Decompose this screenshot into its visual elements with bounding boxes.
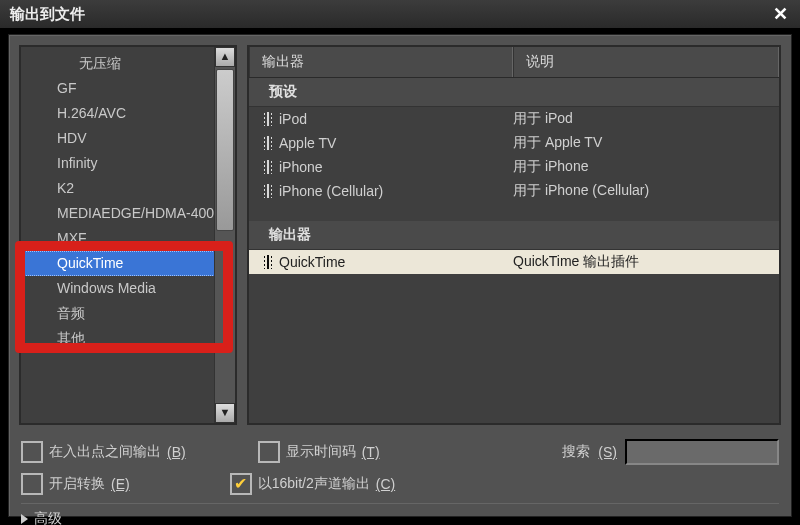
row-name: iPhone (Cellular) — [279, 183, 383, 199]
preset-list-pane: 输出器 说明 预设 iPod用于 iPodApple TV用于 Apple TV… — [247, 45, 781, 425]
outputter-rows: QuickTimeQuickTime 输出插件 — [249, 250, 779, 274]
tree-item[interactable]: 无压缩 — [21, 51, 215, 76]
checkbox-icon: ✔ — [230, 473, 252, 495]
advanced-toggle[interactable]: 高级 — [21, 503, 779, 525]
inout-key: (B) — [167, 444, 186, 460]
tree-item[interactable]: Infinity — [21, 151, 215, 176]
checkbox-icon — [21, 441, 43, 463]
spacer — [249, 203, 779, 221]
tree-item[interactable]: QuickTime — [21, 251, 215, 276]
tree-scroll[interactable]: 无压缩GFH.264/AVCHDVInfinityK2MEDIAEDGE/HDM… — [21, 47, 215, 423]
row-name: iPhone — [279, 159, 323, 175]
bottom-area: 在入出点之间输出(B) 显示时间码(T) 搜索(S) 开启转换(E) ✔ — [21, 431, 779, 525]
vertical-scrollbar[interactable]: ▲ ▼ — [214, 47, 235, 423]
tree-item[interactable]: MXF — [21, 226, 215, 251]
film-icon — [263, 255, 273, 269]
scroll-thumb[interactable] — [216, 69, 234, 231]
tree-item[interactable]: Windows Media — [21, 276, 215, 301]
scroll-up-button[interactable]: ▲ — [215, 47, 235, 67]
row-desc: QuickTime 输出插件 — [513, 253, 779, 271]
preset-rows: iPod用于 iPodApple TV用于 Apple TViPhone用于 i… — [249, 107, 779, 203]
section-outputter: 输出器 — [249, 221, 779, 250]
row-desc: 用于 iPod — [513, 110, 779, 128]
splitter[interactable] — [237, 45, 247, 425]
tree-item[interactable]: H.264/AVC — [21, 101, 215, 126]
sixteenbit-key: (C) — [376, 476, 395, 492]
list-row[interactable]: iPhone用于 iPhone — [249, 155, 779, 179]
checkbox-icon — [21, 473, 43, 495]
export-dialog: 输出到文件 ✕ 无压缩GFH.264/AVCHDVInfinityK2MEDIA… — [0, 0, 800, 525]
timecode-checkbox[interactable]: 显示时间码(T) — [258, 441, 380, 463]
row-name: Apple TV — [279, 135, 336, 151]
content-area: 无压缩GFH.264/AVCHDVInfinityK2MEDIAEDGE/HDM… — [8, 34, 792, 517]
list-row[interactable]: iPod用于 iPod — [249, 107, 779, 131]
list-row[interactable]: Apple TV用于 Apple TV — [249, 131, 779, 155]
tree-item[interactable]: MEDIAEDGE/HDMA-4000 — [21, 201, 215, 226]
row-desc: 用于 iPhone (Cellular) — [513, 182, 779, 200]
sixteenbit-checkbox[interactable]: ✔ 以16bit/2声道输出(C) — [230, 473, 395, 495]
titlebar[interactable]: 输出到文件 ✕ — [0, 0, 800, 28]
exporter-tree-pane: 无压缩GFH.264/AVCHDVInfinityK2MEDIAEDGE/HDM… — [19, 45, 237, 425]
tree-item[interactable]: 音频 — [21, 301, 215, 326]
chevron-right-icon — [21, 514, 28, 524]
section-presets: 预设 — [249, 78, 779, 107]
inout-label: 在入出点之间输出 — [49, 443, 161, 461]
tree-item[interactable]: GF — [21, 76, 215, 101]
advanced-label: 高级 — [34, 510, 62, 525]
timecode-label: 显示时间码 — [286, 443, 356, 461]
tree-item[interactable]: 其他 — [21, 326, 215, 351]
scroll-down-button[interactable]: ▼ — [215, 403, 235, 423]
inout-checkbox[interactable]: 在入出点之间输出(B) — [21, 441, 186, 463]
convert-checkbox[interactable]: 开启转换(E) — [21, 473, 130, 495]
row-name: QuickTime — [279, 254, 345, 270]
checkbox-icon — [258, 441, 280, 463]
list-row[interactable]: iPhone (Cellular)用于 iPhone (Cellular) — [249, 179, 779, 203]
tree-item[interactable]: HDV — [21, 126, 215, 151]
column-headers: 输出器 说明 — [249, 47, 779, 78]
film-icon — [263, 136, 273, 150]
bottom-row-2: 开启转换(E) ✔ 以16bit/2声道输出(C) — [21, 473, 779, 495]
search-key: (S) — [598, 444, 617, 460]
film-icon — [263, 184, 273, 198]
convert-label: 开启转换 — [49, 475, 105, 493]
search-input[interactable] — [625, 439, 779, 465]
window-title: 输出到文件 — [10, 5, 85, 24]
search-group: 搜索(S) — [562, 439, 779, 465]
convert-key: (E) — [111, 476, 130, 492]
film-icon — [263, 112, 273, 126]
row-name: iPod — [279, 111, 307, 127]
list-row[interactable]: QuickTimeQuickTime 输出插件 — [249, 250, 779, 274]
exporter-tree: 无压缩GFH.264/AVCHDVInfinityK2MEDIAEDGE/HDM… — [21, 47, 215, 355]
bottom-row-1: 在入出点之间输出(B) 显示时间码(T) 搜索(S) — [21, 439, 779, 465]
column-outputter[interactable]: 输出器 — [249, 47, 513, 77]
row-desc: 用于 iPhone — [513, 158, 779, 176]
row-desc: 用于 Apple TV — [513, 134, 779, 152]
column-description[interactable]: 说明 — [513, 47, 779, 77]
tree-item[interactable]: K2 — [21, 176, 215, 201]
sixteenbit-label: 以16bit/2声道输出 — [258, 475, 370, 493]
film-icon — [263, 160, 273, 174]
top-area: 无压缩GFH.264/AVCHDVInfinityK2MEDIAEDGE/HDM… — [19, 45, 781, 425]
timecode-key: (T) — [362, 444, 380, 460]
close-button[interactable]: ✕ — [767, 3, 794, 25]
search-label: 搜索 — [562, 443, 590, 461]
